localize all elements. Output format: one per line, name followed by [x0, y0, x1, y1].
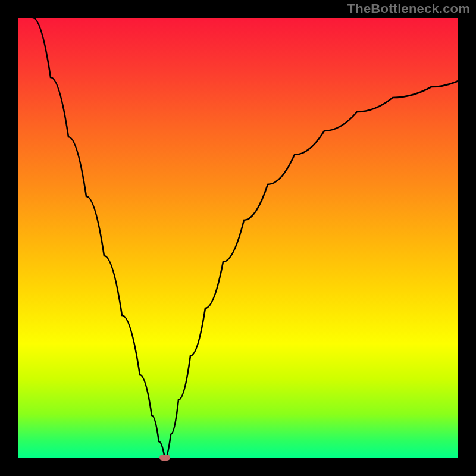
chart-area — [18, 18, 458, 458]
optimum-marker — [159, 455, 170, 461]
curve-left-branch — [33, 18, 165, 458]
curve-right-branch — [165, 81, 458, 458]
bottleneck-curve — [18, 18, 458, 458]
watermark-text: TheBottleneck.com — [347, 1, 470, 17]
